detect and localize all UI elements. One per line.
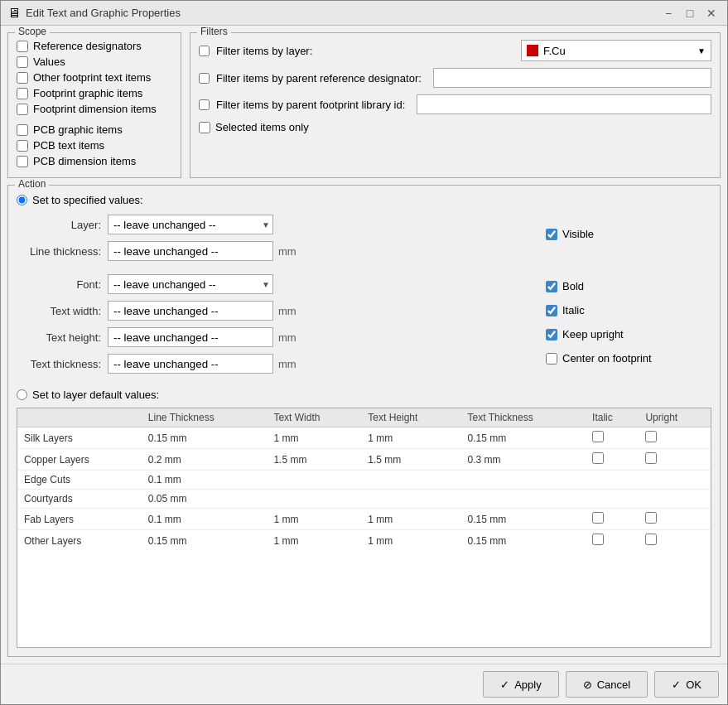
filter-by-lib-label: Filter items by parent footprint library… bbox=[216, 99, 405, 111]
selected-only-checkbox[interactable] bbox=[199, 122, 210, 133]
set-specified-radio[interactable] bbox=[17, 195, 27, 205]
line-thickness-row: Line thickness: -- leave unchanged -- mm bbox=[17, 241, 538, 261]
bold-checkbox[interactable] bbox=[546, 281, 557, 292]
titlebar-left: 🖥 Edit Text and Graphic Properties bbox=[7, 6, 181, 21]
other-fp-text-checkbox[interactable] bbox=[17, 72, 28, 84]
visible-checkbox[interactable] bbox=[546, 229, 557, 240]
font-field-row: Font: -- leave unchanged -- ▼ bbox=[17, 274, 538, 294]
italic-checkbox-4[interactable] bbox=[592, 512, 604, 524]
right-fields: Visible Bold Italic bbox=[546, 215, 711, 380]
layer-dropdown-wrapper: -- leave unchanged -- ▼ bbox=[108, 215, 273, 234]
table-cell-name: Fab Layers bbox=[17, 509, 142, 530]
italic-checkbox[interactable] bbox=[546, 305, 557, 316]
set-specified-label: Set to specified values: bbox=[32, 194, 143, 206]
maximize-button[interactable]: □ bbox=[681, 4, 699, 22]
table-row: Other Layers0.15 mm1 mm1 mm0.15 mm bbox=[17, 530, 711, 552]
table-cell-line-thickness: 0.1 mm bbox=[142, 509, 268, 530]
ok-label: OK bbox=[686, 678, 701, 691]
text-width-row: Text width: -- leave unchanged -- mm bbox=[17, 301, 538, 321]
filter-by-layer-checkbox[interactable] bbox=[199, 46, 210, 56]
layer-field-label: Layer: bbox=[17, 219, 108, 231]
pcb-text-checkbox[interactable] bbox=[17, 140, 28, 152]
scope-ref-designators: Reference designators bbox=[17, 40, 172, 52]
ok-button[interactable]: ✓ OK bbox=[654, 671, 719, 698]
col-header-text-height: Text Height bbox=[361, 408, 460, 427]
table-cell-text-thickness: 0.15 mm bbox=[461, 509, 586, 530]
table-row: Edge Cuts0.1 mm bbox=[17, 471, 711, 490]
set-layer-default-row: Set to layer default values: bbox=[17, 389, 711, 401]
layer-select[interactable]: F.Cu ▼ bbox=[521, 40, 711, 61]
pcb-graphic-label: PCB graphic items bbox=[33, 123, 123, 136]
fp-graphic-checkbox[interactable] bbox=[17, 88, 28, 99]
layer-dropdown[interactable]: -- leave unchanged -- bbox=[108, 215, 273, 234]
text-width-unit: mm bbox=[278, 305, 297, 317]
italic-checkbox-1[interactable] bbox=[592, 452, 604, 464]
values-checkbox[interactable] bbox=[17, 56, 28, 68]
keep-upright-checkbox[interactable] bbox=[546, 329, 557, 340]
italic-checkbox-5[interactable] bbox=[592, 534, 604, 545]
table-cell-text-thickness: 0.15 mm bbox=[461, 530, 586, 552]
text-height-input[interactable]: -- leave unchanged -- bbox=[108, 327, 273, 347]
upright-checkbox-4[interactable] bbox=[645, 512, 657, 524]
italic-checkbox-0[interactable] bbox=[592, 431, 604, 442]
center-on-fp-option: Center on footprint bbox=[546, 352, 711, 365]
line-thickness-unit: mm bbox=[278, 245, 297, 258]
table-cell-upright bbox=[639, 490, 711, 509]
layer-dropdown-value: -- leave unchanged -- bbox=[113, 219, 216, 231]
filter-by-ref-input[interactable] bbox=[433, 68, 711, 88]
cancel-button[interactable]: ⊘ Cancel bbox=[566, 671, 648, 698]
pcb-dimension-label: PCB dimension items bbox=[33, 155, 136, 167]
filter-by-lib-checkbox[interactable] bbox=[199, 99, 210, 110]
filter-by-lib-row: Filter items by parent footprint library… bbox=[199, 94, 711, 114]
apply-button[interactable]: ✓ Apply bbox=[483, 671, 559, 698]
filter-by-layer-row: Filter items by layer: F.Cu ▼ bbox=[199, 40, 711, 61]
text-thickness-input[interactable]: -- leave unchanged -- bbox=[108, 354, 273, 374]
layer-value: F.Cu bbox=[543, 45, 566, 57]
set-layer-default-radio[interactable] bbox=[17, 389, 27, 400]
filter-by-ref-label: Filter items by parent reference designa… bbox=[216, 72, 422, 85]
center-on-fp-checkbox[interactable] bbox=[546, 353, 557, 365]
pcb-dimension-checkbox[interactable] bbox=[17, 156, 28, 167]
values-label: Values bbox=[33, 56, 65, 68]
table-cell-text-height bbox=[361, 471, 460, 490]
table-row: Silk Layers0.15 mm1 mm1 mm0.15 mm bbox=[17, 427, 711, 449]
col-header-name bbox=[17, 408, 142, 427]
ref-designators-label: Reference designators bbox=[33, 40, 142, 52]
pcb-graphic-checkbox[interactable] bbox=[17, 124, 28, 136]
text-height-unit: mm bbox=[278, 331, 297, 344]
selected-only-label: Selected items only bbox=[215, 121, 309, 133]
table-cell-italic bbox=[586, 509, 639, 530]
font-dropdown[interactable]: -- leave unchanged -- bbox=[108, 274, 273, 294]
text-thickness-label: Text thickness: bbox=[17, 358, 108, 370]
titlebar-controls: − □ ✕ bbox=[659, 4, 721, 22]
titlebar: 🖥 Edit Text and Graphic Properties − □ ✕ bbox=[1, 1, 727, 26]
upright-checkbox-5[interactable] bbox=[645, 534, 657, 545]
scope-values: Values bbox=[17, 56, 172, 68]
upright-checkbox-1[interactable] bbox=[645, 452, 657, 464]
text-width-label: Text width: bbox=[17, 305, 108, 317]
fp-dimension-checkbox[interactable] bbox=[17, 104, 28, 115]
layer-defaults-table: Line Thickness Text Width Text Height Te… bbox=[17, 408, 711, 648]
layer-dropdown-arrow: ▼ bbox=[697, 46, 706, 56]
table-row: Copper Layers0.2 mm1.5 mm1.5 mm0.3 mm bbox=[17, 449, 711, 471]
set-layer-default-label: Set to layer default values: bbox=[32, 389, 159, 401]
table-cell-name: Other Layers bbox=[17, 530, 142, 552]
minimize-button[interactable]: − bbox=[659, 4, 677, 22]
table-cell-text-height: 1 mm bbox=[361, 530, 460, 552]
ref-designators-checkbox[interactable] bbox=[17, 41, 28, 52]
filter-by-lib-input[interactable] bbox=[417, 94, 711, 114]
line-thickness-input[interactable]: -- leave unchanged -- bbox=[108, 241, 273, 261]
apply-label: Apply bbox=[514, 678, 542, 691]
text-width-input[interactable]: -- leave unchanged -- bbox=[108, 301, 273, 321]
table-cell-line-thickness: 0.05 mm bbox=[142, 490, 268, 509]
italic-label: Italic bbox=[562, 304, 585, 316]
filter-by-ref-checkbox[interactable] bbox=[199, 73, 210, 84]
filters-group: Filters Filter items by layer: F.Cu ▼ bbox=[190, 32, 721, 178]
fp-graphic-label: Footprint graphic items bbox=[33, 87, 142, 99]
close-button[interactable]: ✕ bbox=[702, 4, 721, 22]
upright-checkbox-0[interactable] bbox=[645, 431, 657, 442]
col-header-italic: Italic bbox=[586, 408, 639, 427]
table-cell-italic bbox=[586, 471, 639, 490]
italic-option: Italic bbox=[546, 304, 711, 316]
table-row: Fab Layers0.1 mm1 mm1 mm0.15 mm bbox=[17, 509, 711, 530]
